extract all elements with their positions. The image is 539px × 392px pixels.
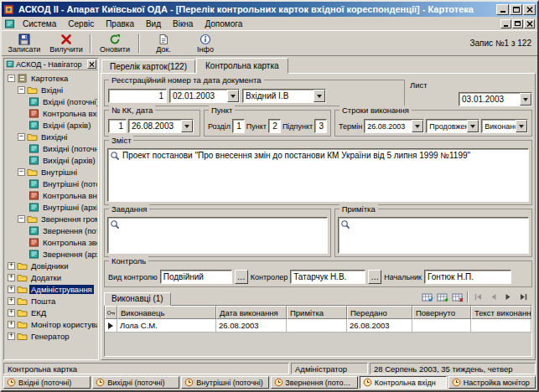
- done-combo[interactable]: Виконано: [481, 119, 528, 133]
- pidpunkt-field[interactable]: 3: [314, 119, 327, 133]
- taskbar-kontrolna-vkhidni[interactable]: Контрольна вхідн: [360, 376, 447, 389]
- search-icon[interactable]: [340, 219, 350, 230]
- tree-item-vnutrishni[interactable]: Внутрішні: [5, 166, 97, 178]
- tree-item-vnutrishni-potochni[interactable]: Внутрішні (поточні): [5, 178, 97, 189]
- nav-prev-button[interactable]: [486, 291, 500, 303]
- doc-date-combo[interactable]: 03.01.2003: [459, 92, 532, 106]
- dropdown-icon[interactable]: [467, 120, 479, 132]
- column-header-passed[interactable]: Передано: [347, 306, 412, 319]
- executors-grid[interactable]: Виконавець Дата виконання Примітка Перед…: [104, 305, 532, 357]
- tree-item-vykhidni-potochni[interactable]: Вихідні (поточні): [5, 142, 97, 154]
- zmist-text-area[interactable]: Проект постанови "Про внесення змін до п…: [107, 148, 529, 202]
- column-header-returned[interactable]: Повернуто: [412, 306, 471, 319]
- cell-returned[interactable]: [412, 319, 471, 333]
- menu-system[interactable]: Система: [17, 18, 62, 29]
- taskbar-nastroika-monitora[interactable]: Настройка монітор: [448, 376, 536, 389]
- tree-item-henerator[interactable]: Генератор: [5, 330, 97, 342]
- reg-date-combo[interactable]: 02.01.2003: [169, 89, 240, 103]
- title-bar[interactable]: АСКОД ІІ - Апарат Київської ОДА - [Перел…: [2, 2, 537, 17]
- tab-control-card[interactable]: Контрольна картка: [196, 58, 288, 74]
- menu-service[interactable]: Сервіс: [62, 18, 100, 29]
- taskbar-zvernennia-potochni[interactable]: Звернення (поточні): [271, 376, 358, 389]
- termin-date-combo[interactable]: 26.08.2003: [364, 119, 424, 133]
- refresh-button[interactable]: Оновити: [94, 32, 136, 54]
- kk-number-field[interactable]: 1: [108, 119, 127, 133]
- column-header-executor[interactable]: Виконавець: [117, 306, 216, 319]
- tree-item-zvernennia-hromadian[interactable]: Звернення громадян: [5, 213, 97, 224]
- control-type-field[interactable]: Подвійний: [160, 270, 232, 284]
- cell-note[interactable]: [287, 319, 347, 333]
- tree-item-poshta[interactable]: Пошта: [5, 295, 97, 307]
- cell-executor[interactable]: Лола С.М.: [117, 319, 216, 333]
- reg-number-field[interactable]: 1: [108, 89, 167, 103]
- child-minimize-button[interactable]: [500, 19, 511, 28]
- column-header-exec-text[interactable]: Текст виконання: [471, 306, 531, 319]
- prolonged-combo[interactable]: Продовжено: [426, 119, 479, 133]
- tree-item-kartoteka[interactable]: Картотека: [5, 72, 97, 84]
- expand-icon[interactable]: [8, 309, 15, 317]
- prymitka-text-area[interactable]: [338, 217, 529, 254]
- child-close-button[interactable]: [524, 19, 535, 28]
- tree-item-dovidnyky[interactable]: Довідники: [5, 260, 97, 271]
- navigator-close-button[interactable]: [87, 59, 96, 69]
- info-button[interactable]: Інфо: [184, 32, 226, 54]
- search-icon[interactable]: [110, 219, 120, 230]
- collapse-icon[interactable]: [8, 75, 15, 82]
- cell-exec-text[interactable]: [471, 319, 531, 333]
- nav-last-button[interactable]: [516, 291, 531, 303]
- expand-icon[interactable]: [8, 274, 15, 281]
- nav-first-button[interactable]: [471, 291, 485, 303]
- expand-icon[interactable]: [8, 333, 15, 340]
- control-type-picker-button[interactable]: [235, 270, 248, 284]
- maximize-button[interactable]: [510, 4, 522, 15]
- taskbar-vnutrishni-potochni[interactable]: Внутрішні (поточні): [181, 376, 268, 389]
- cell-passed[interactable]: 26.08.2003: [347, 319, 412, 333]
- tree-item-vkhidni-potochni[interactable]: Вхідні (поточні): [5, 95, 97, 107]
- tree-item-zvernennia-potochni[interactable]: Звернення (поточні): [5, 224, 97, 236]
- tree-item-kontrolna-vnutrishni[interactable]: Контрольна внутр: [5, 189, 97, 201]
- menu-view[interactable]: Вид: [140, 18, 167, 29]
- dropdown-icon[interactable]: [227, 90, 239, 102]
- chief-field[interactable]: Гонтюк Н.П.: [424, 270, 511, 284]
- collapse-icon[interactable]: [18, 86, 25, 94]
- controller-picker-button[interactable]: [368, 270, 381, 284]
- collapse-icon[interactable]: [18, 133, 25, 141]
- column-header-note[interactable]: Примітка: [287, 306, 347, 319]
- tree-item-ekd[interactable]: ЕКД: [5, 307, 97, 318]
- expand-icon[interactable]: [8, 286, 15, 293]
- cell-exec-date[interactable]: 26.08.2003: [216, 319, 287, 333]
- punkt-field[interactable]: 2: [268, 119, 281, 133]
- journal-combo[interactable]: Вхідний І.В: [242, 89, 326, 103]
- tree-item-dodatky[interactable]: Додатки: [5, 271, 97, 283]
- collapse-icon[interactable]: [18, 215, 25, 223]
- nav-next-button[interactable]: [501, 291, 516, 303]
- expand-icon[interactable]: [8, 321, 15, 328]
- kk-date-combo[interactable]: 26.08.2003: [128, 119, 194, 133]
- controller-field[interactable]: Татарчук Н.В.: [290, 270, 365, 284]
- tree-item-administruvannia[interactable]: Адміністрування: [5, 283, 97, 295]
- zavdannia-text-area[interactable]: [107, 217, 328, 254]
- save-button[interactable]: Записати: [3, 32, 45, 54]
- tree-item-vykhidni[interactable]: Вихідні: [5, 131, 97, 142]
- dropdown-icon[interactable]: [181, 120, 193, 132]
- tree-item-vykhidni-arkhiv[interactable]: Вихідні (архів): [5, 154, 97, 166]
- dropdown-icon[interactable]: [314, 90, 325, 102]
- tab-executors[interactable]: Виконавці (1): [104, 292, 171, 306]
- minimize-button[interactable]: [496, 4, 509, 15]
- executor-row[interactable]: Лола С.М. 26.08.2003 26.08.2003: [105, 319, 531, 333]
- dropdown-icon[interactable]: [520, 93, 531, 106]
- child-restore-button[interactable]: [512, 19, 523, 28]
- tree-item-vnutrishni-arkhiv[interactable]: Внутрішні (архів): [5, 201, 97, 213]
- taskbar-vykhidni-potochni[interactable]: Вихідні (поточні): [92, 376, 179, 389]
- tree-item-zvernennia-arkhiv[interactable]: Звернення (архів): [5, 248, 97, 260]
- close-button[interactable]: [523, 4, 536, 15]
- tab-card-list[interactable]: Перелік карток(122): [101, 59, 195, 74]
- menu-edit[interactable]: Правка: [100, 18, 140, 29]
- collapse-icon[interactable]: [18, 168, 25, 176]
- menu-windows[interactable]: Вікна: [167, 18, 199, 29]
- grid-key-column-header[interactable]: [105, 306, 117, 319]
- dropdown-icon[interactable]: [516, 120, 527, 132]
- row-delete-button[interactable]: [450, 291, 464, 303]
- row-insert-button[interactable]: [435, 291, 449, 303]
- taskbar-vkhidni-potochni[interactable]: Вхідні (поточні): [3, 376, 91, 389]
